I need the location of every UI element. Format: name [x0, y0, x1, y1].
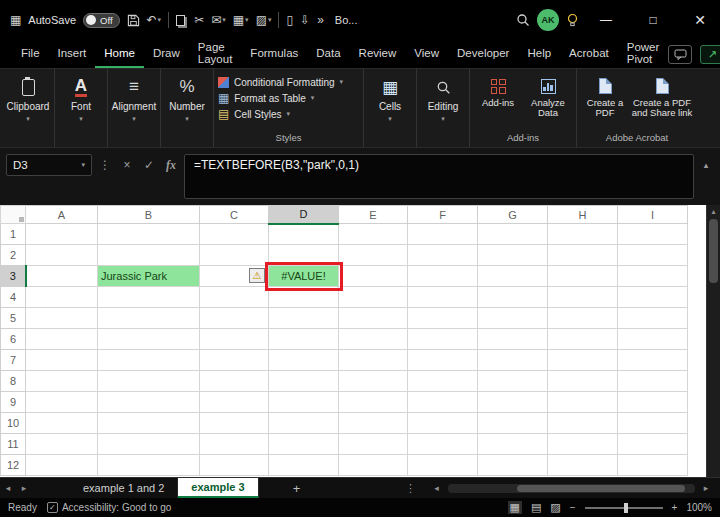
cell-F4[interactable] — [408, 287, 478, 308]
select-all-corner[interactable] — [1, 206, 26, 224]
cell-H5[interactable] — [548, 308, 618, 329]
cell-C2[interactable] — [200, 245, 269, 266]
cell-A1[interactable] — [26, 224, 98, 245]
cell-B7[interactable] — [98, 350, 200, 371]
cell-B1[interactable] — [98, 224, 200, 245]
cell-H8[interactable] — [548, 371, 618, 392]
cell-H7[interactable] — [548, 350, 618, 371]
group-number[interactable]: % Number ▾ — [161, 69, 214, 147]
cell-I8[interactable] — [618, 371, 688, 392]
tab-insert[interactable]: Insert — [49, 40, 96, 68]
formula-input[interactable]: =TEXTBEFORE(B3,"park",0,1) — [184, 154, 694, 199]
cell-F6[interactable] — [408, 329, 478, 350]
zoom-out-button[interactable]: − — [570, 502, 576, 513]
row-header-11[interactable]: 11 — [1, 434, 26, 455]
cell-D1[interactable] — [269, 224, 339, 245]
row-header-2[interactable]: 2 — [1, 245, 26, 266]
tab-draw[interactable]: Draw — [144, 40, 189, 68]
cell-B12[interactable] — [98, 455, 200, 476]
create-pdf-button[interactable]: Create a PDF — [581, 74, 629, 131]
tab-data[interactable]: Data — [307, 40, 349, 68]
overflow-chevron-icon[interactable]: » — [317, 13, 324, 27]
app-launcher-icon[interactable]: ▦ — [10, 13, 21, 27]
col-header-B[interactable]: B — [98, 206, 200, 224]
cell-F12[interactable] — [408, 455, 478, 476]
cell-B10[interactable] — [98, 413, 200, 434]
horizontal-scroll-thumb[interactable] — [517, 485, 685, 492]
cell-G3[interactable] — [478, 266, 548, 287]
autosave-toggle[interactable]: Off — [83, 13, 120, 28]
tab-review[interactable]: Review — [350, 40, 406, 68]
cell-I7[interactable] — [618, 350, 688, 371]
next-sheet-icon[interactable]: ▸ — [16, 478, 32, 498]
cell-C9[interactable] — [200, 392, 269, 413]
cell-E7[interactable] — [339, 350, 408, 371]
error-warning-icon[interactable]: ⚠ — [249, 268, 265, 283]
save-icon[interactable] — [127, 14, 140, 27]
cell-G8[interactable] — [478, 371, 548, 392]
insert-function-button[interactable]: fx — [162, 154, 180, 176]
cell-G9[interactable] — [478, 392, 548, 413]
cell-D8[interactable] — [269, 371, 339, 392]
cell-H6[interactable] — [548, 329, 618, 350]
row-header-6[interactable]: 6 — [1, 329, 26, 350]
cell-I2[interactable] — [618, 245, 688, 266]
format-as-table-button[interactable]: ▦ Format as Table ▾ — [218, 90, 314, 106]
vertical-scroll-thumb[interactable] — [709, 219, 718, 283]
cell-C11[interactable] — [200, 434, 269, 455]
tab-file[interactable]: File — [12, 40, 49, 68]
cell-E1[interactable] — [339, 224, 408, 245]
col-header-H[interactable]: H — [548, 206, 618, 224]
vertical-scrollbar[interactable]: ▴ — [706, 205, 720, 477]
scroll-right-icon[interactable]: ▸ — [698, 483, 714, 493]
cell-A5[interactable] — [26, 308, 98, 329]
normal-view-button[interactable]: ▦ — [508, 501, 522, 514]
col-header-D[interactable]: D — [269, 206, 339, 224]
add-sheet-button[interactable]: + — [285, 478, 309, 498]
table-tool-icon[interactable]: ▦▾ — [233, 13, 249, 27]
cell-H11[interactable] — [548, 434, 618, 455]
cell-styles-button[interactable]: ▤ Cell Styles ▾ — [218, 106, 290, 122]
cell-H4[interactable] — [548, 287, 618, 308]
cell-H2[interactable] — [548, 245, 618, 266]
tab-help[interactable]: Help — [518, 40, 560, 68]
sheet-tab-example-3[interactable]: example 3 — [178, 478, 258, 498]
row-header-7[interactable]: 7 — [1, 350, 26, 371]
mail-icon[interactable]: ✉▾ — [211, 13, 226, 27]
cell-G5[interactable] — [478, 308, 548, 329]
cell-D6[interactable] — [269, 329, 339, 350]
cell-I1[interactable] — [618, 224, 688, 245]
close-button[interactable]: ✕ — [680, 0, 720, 40]
cell-C3[interactable]: ⚠ — [200, 266, 269, 287]
cell-C12[interactable] — [200, 455, 269, 476]
group-clipboard[interactable]: Clipboard ▾ — [2, 69, 55, 147]
cell-F9[interactable] — [408, 392, 478, 413]
cell-B4[interactable] — [98, 287, 200, 308]
tab-developer[interactable]: Developer — [448, 40, 518, 68]
accessibility-status[interactable]: ✓ Accessibility: Good to go — [47, 502, 172, 513]
cell-G10[interactable] — [478, 413, 548, 434]
horizontal-scrollbar[interactable]: ◂ ▸ — [423, 478, 720, 498]
cell-F5[interactable] — [408, 308, 478, 329]
col-header-G[interactable]: G — [478, 206, 548, 224]
cell-C10[interactable] — [200, 413, 269, 434]
search-icon[interactable] — [516, 13, 530, 27]
cell-E12[interactable] — [339, 455, 408, 476]
cell-I11[interactable] — [618, 434, 688, 455]
cell-B3[interactable]: Jurassic Park — [98, 266, 200, 287]
cell-H9[interactable] — [548, 392, 618, 413]
col-header-A[interactable]: A — [26, 206, 98, 224]
cell-A3[interactable] — [26, 266, 98, 287]
cell-E5[interactable] — [339, 308, 408, 329]
cell-G12[interactable] — [478, 455, 548, 476]
cell-C6[interactable] — [200, 329, 269, 350]
col-header-E[interactable]: E — [339, 206, 408, 224]
cell-C5[interactable] — [200, 308, 269, 329]
scroll-up-icon[interactable]: ▴ — [707, 205, 720, 216]
cell-A10[interactable] — [26, 413, 98, 434]
tab-view[interactable]: View — [405, 40, 448, 68]
cell-F3[interactable] — [408, 266, 478, 287]
cell-B6[interactable] — [98, 329, 200, 350]
cell-E6[interactable] — [339, 329, 408, 350]
page-break-view-button[interactable]: ▨ — [550, 501, 560, 514]
